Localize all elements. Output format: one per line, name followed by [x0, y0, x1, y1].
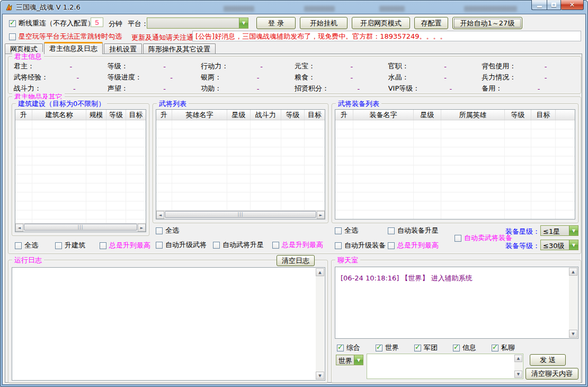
- column-header[interactable]: 等级: [505, 110, 531, 120]
- column-header[interactable]: 目标: [305, 110, 325, 120]
- menu-item-blurred[interactable]: [224, 6, 254, 12]
- field-value: -: [228, 63, 295, 71]
- column-header[interactable]: 升: [15, 110, 32, 120]
- field-label: VIP等级：: [388, 84, 420, 93]
- minimize-button[interactable]: [531, 0, 547, 10]
- scrollbar-thumb[interactable]: |||: [24, 224, 137, 231]
- vertical-scrollbar[interactable]: ▲ ▼: [316, 268, 324, 380]
- checkbox-platform-skip[interactable]: 星空玩等平台无法正常跳转时勾选: [9, 32, 122, 41]
- checkbox-channel-all[interactable]: ✓ 综合: [337, 343, 360, 353]
- platform-select[interactable]: ▼: [147, 17, 248, 29]
- column-header[interactable]: 目标: [531, 110, 556, 120]
- scroll-up-icon[interactable]: ▲: [514, 355, 522, 362]
- checkbox-auto-upgrade-hero[interactable]: 自动升级武将: [156, 240, 207, 250]
- tab-monarch-info[interactable]: 君主信息及日志: [44, 42, 103, 54]
- scroll-right-icon[interactable]: ►: [138, 224, 146, 232]
- scroll-left-icon[interactable]: ◄: [156, 211, 164, 219]
- equip-level-filter-select[interactable]: ≤30级 ▼: [540, 240, 578, 250]
- checkbox-auto-hero-star[interactable]: 自动武将升星: [213, 240, 264, 250]
- tab-hang-settings[interactable]: 挂机设置: [104, 43, 142, 54]
- checkbox-label: 总是升到最高: [109, 241, 150, 250]
- checkbox-equipment-select-all[interactable]: 全选: [335, 226, 358, 235]
- start-hang-button[interactable]: 开始挂机: [300, 17, 348, 29]
- scroll-up-icon[interactable]: ▲: [316, 268, 324, 276]
- save-config-button[interactable]: 存配置: [414, 17, 448, 29]
- column-header[interactable]: 升: [335, 110, 353, 120]
- checkbox-icon: [335, 242, 342, 249]
- title-bar[interactable]: 三国魂_战魂 V 1.2.6: [1, 1, 587, 14]
- equipment-table[interactable]: 升 装备名字 星级 所属英雄 等级 目标: [335, 109, 575, 219]
- menu-item-blurred[interactable]: [379, 6, 405, 12]
- checkbox-icon: [388, 242, 395, 249]
- chat-input[interactable]: ▲ ▼: [367, 354, 523, 379]
- scroll-left-icon[interactable]: ◄: [15, 224, 23, 232]
- checkbox-icon: [15, 242, 22, 249]
- column-header[interactable]: 星级: [414, 110, 441, 120]
- checkbox-label: 自动装备升星: [397, 226, 439, 235]
- reconnect-minutes-input[interactable]: [91, 17, 103, 27]
- building-groupbox: 建筑建设（目标为0不限制） 升 建筑名称 规模 等级 目标 ◄ |||: [12, 103, 149, 236]
- column-header[interactable]: 建筑名称: [32, 110, 86, 120]
- table-body[interactable]: [15, 120, 146, 223]
- scrollbar-thumb[interactable]: |||: [165, 211, 316, 218]
- chat-display[interactable]: [06-24 10:18:16] 【世界】 进入辅助系统 ▲ ▼: [335, 267, 578, 339]
- column-header[interactable]: 升: [156, 110, 172, 120]
- column-header[interactable]: 规模: [86, 110, 106, 120]
- checkbox-reconnect[interactable]: ✓ 断线重连（不存入配置）: [9, 19, 94, 28]
- select-value: ≤1星: [541, 226, 569, 235]
- tab-formation-settings[interactable]: 阵形操作及其它设置: [143, 43, 216, 54]
- checkbox-building-always-max[interactable]: 总是升到最高: [100, 241, 150, 250]
- checkbox-heroes-always-max[interactable]: 总是升到最高: [272, 240, 323, 250]
- log-textarea[interactable]: ▲ ▼: [12, 267, 325, 381]
- equip-star-filter-select[interactable]: ≤1星 ▼: [540, 225, 578, 236]
- checkbox-icon: ✓: [453, 345, 460, 351]
- checkbox-building-select-all[interactable]: 全选: [15, 241, 38, 250]
- web-mode-button[interactable]: 开启网页模式: [352, 17, 410, 29]
- checkbox-upgrade-building[interactable]: 升建筑: [55, 241, 85, 250]
- clear-log-button[interactable]: 清空日志: [277, 255, 315, 266]
- chat-channel-select[interactable]: 世界 ▼: [336, 355, 363, 365]
- vertical-scrollbar[interactable]: ▲ ▼: [569, 268, 577, 338]
- heroes-table[interactable]: 升 英雄名字 星级 战斗力 等级 目标 ◄ ||| ►: [156, 109, 325, 219]
- horizontal-scrollbar[interactable]: ◄ ||| ►: [156, 210, 325, 219]
- table-body[interactable]: [156, 120, 325, 210]
- column-header[interactable]: 等级: [106, 110, 126, 120]
- column-header[interactable]: 星级: [227, 110, 251, 120]
- scroll-up-icon[interactable]: ▲: [569, 268, 577, 276]
- column-header[interactable]: 所属英雄: [441, 110, 505, 120]
- maximize-button[interactable]: [547, 0, 561, 10]
- column-header[interactable]: 英雄名字: [172, 110, 227, 120]
- checkbox-auto-equip-star[interactable]: 自动装备升星: [388, 226, 439, 235]
- scroll-down-icon[interactable]: ▼: [514, 371, 522, 378]
- checkbox-channel-world[interactable]: ✓ 世界: [376, 343, 399, 353]
- checkbox-auto-sell-equip[interactable]: 自动卖武将装备: [455, 233, 512, 243]
- table-header: 升 装备名字 星级 所属英雄 等级 目标: [335, 110, 575, 120]
- clear-chat-button[interactable]: 清空聊天内容: [525, 368, 578, 380]
- close-button[interactable]: ✕: [561, 0, 584, 10]
- checkbox-heroes-select-all[interactable]: 全选: [156, 226, 179, 235]
- column-header[interactable]: 等级: [281, 110, 305, 120]
- scroll-down-icon[interactable]: ▼: [569, 330, 577, 338]
- column-header[interactable]: 装备名字: [353, 110, 414, 120]
- checkbox-channel-legion[interactable]: ✓ 军团: [414, 343, 438, 353]
- table-body[interactable]: [335, 120, 575, 219]
- scroll-down-icon[interactable]: ▼: [316, 372, 324, 380]
- checkbox-channel-info[interactable]: ✓ 信息: [453, 343, 476, 353]
- checkbox-channel-private[interactable]: ✓ 私聊: [492, 343, 515, 353]
- column-header[interactable]: 目标: [126, 110, 146, 120]
- login-button[interactable]: 登 录: [256, 17, 296, 29]
- checkbox-equipment-always-max[interactable]: 总是升到最高: [388, 241, 439, 250]
- send-button[interactable]: 发 送: [530, 354, 566, 366]
- column-header[interactable]: 战斗力: [251, 110, 281, 120]
- auto-level-button[interactable]: 开始自动1～27级: [452, 17, 522, 29]
- check-icon: ✓: [337, 343, 343, 351]
- horizontal-scrollbar[interactable]: ◄ ||| ►: [15, 223, 146, 232]
- scroll-right-icon[interactable]: ►: [317, 211, 325, 219]
- checkbox-auto-upgrade-equip[interactable]: 自动升级装备: [335, 241, 386, 250]
- vertical-scrollbar[interactable]: ▲ ▼: [514, 355, 522, 378]
- window-controls: ✕: [531, 0, 584, 10]
- app-icon: [5, 3, 13, 12]
- menu-item-blurred[interactable]: [464, 6, 517, 12]
- menu-item-blurred[interactable]: [304, 6, 335, 12]
- building-table[interactable]: 升 建筑名称 规模 等级 目标 ◄ ||| ►: [15, 109, 146, 232]
